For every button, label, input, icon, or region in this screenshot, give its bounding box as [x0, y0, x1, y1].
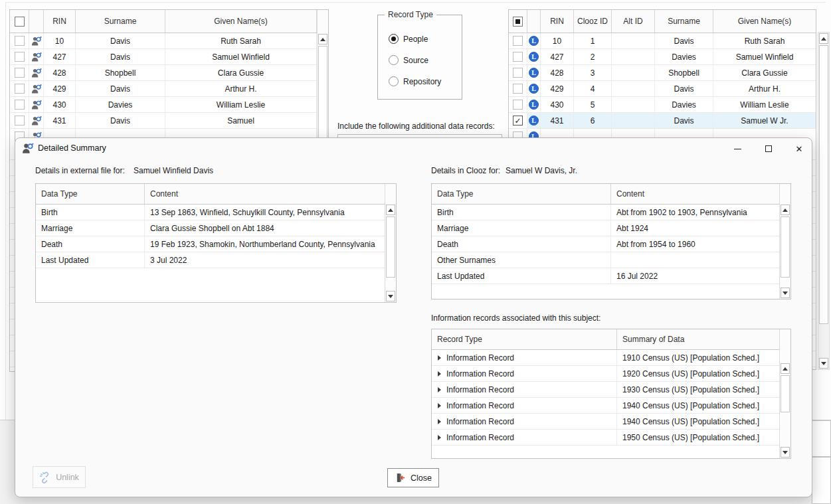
- row-checkbox[interactable]: [513, 100, 523, 110]
- table-row[interactable]: 429 Davis Arthur H.: [10, 81, 328, 97]
- content-header[interactable]: Content: [145, 184, 396, 204]
- detail-row[interactable]: Birth 13 Sep 1863, Winfield, Schuylkill …: [36, 205, 396, 220]
- maximize-button[interactable]: [759, 141, 779, 157]
- content-cell: Abt 1924: [611, 220, 779, 236]
- row-checkbox[interactable]: [15, 36, 25, 46]
- summary-cell: 1940 Census (US) [Population Sched.]: [617, 398, 779, 413]
- row-checkbox[interactable]: [15, 100, 25, 110]
- content-header[interactable]: Content: [611, 184, 790, 204]
- table-row[interactable]: 10 Davis Ruth Sarah: [10, 33, 328, 49]
- info-record-row[interactable]: Information Record 1950 Census (US) [Pop…: [432, 430, 790, 446]
- detail-row[interactable]: Death 19 Feb 1923, Shamokin, Northumberl…: [36, 236, 396, 252]
- scroll-up-button[interactable]: [318, 34, 327, 44]
- row-checkbox[interactable]: [513, 52, 523, 62]
- select-all-checkbox[interactable]: [513, 17, 523, 27]
- clooz-id-cell: 6: [574, 113, 612, 128]
- scroll-down-button[interactable]: [781, 288, 790, 298]
- scroll-up-button[interactable]: [819, 33, 828, 44]
- radio-repository[interactable]: Repository: [389, 76, 441, 86]
- detail-row[interactable]: Marriage Abt 1924: [432, 220, 790, 236]
- scroll-thumb[interactable]: [819, 45, 828, 324]
- surname-header[interactable]: Surname: [76, 10, 165, 33]
- surname-header[interactable]: Surname: [655, 10, 713, 33]
- summary-header[interactable]: Summary of Data: [617, 329, 790, 349]
- info-record-row[interactable]: Information Record 1910 Census (US) [Pop…: [432, 350, 790, 366]
- unlink-button[interactable]: Unlink: [33, 466, 86, 488]
- radio-people[interactable]: People: [389, 34, 428, 44]
- expand-arrow-icon[interactable]: [438, 355, 441, 361]
- expand-arrow-icon[interactable]: [438, 371, 441, 377]
- record-type-header[interactable]: Record Type: [432, 329, 617, 349]
- scroll-up-button[interactable]: [386, 205, 395, 215]
- rin-header[interactable]: RIN: [44, 10, 76, 33]
- info-record-row[interactable]: Information Record 1940 Census (US) [Pop…: [432, 414, 790, 430]
- radio-source[interactable]: Source: [389, 55, 428, 65]
- data-type-header[interactable]: Data Type: [36, 184, 145, 204]
- given-names-header[interactable]: Given Name(s): [713, 10, 816, 33]
- expand-arrow-icon[interactable]: [438, 435, 441, 440]
- row-checkbox[interactable]: [15, 116, 25, 126]
- radio-selected-icon[interactable]: [389, 34, 399, 44]
- info-record-row[interactable]: Information Record 1930 Census (US) [Pop…: [432, 382, 790, 398]
- surname-cell: Davies: [655, 49, 713, 64]
- row-checkbox-checked[interactable]: [513, 116, 523, 126]
- clooz-table-scrollbar[interactable]: [779, 184, 790, 299]
- given-cell: William Leslie: [713, 97, 816, 112]
- info-table-scrollbar[interactable]: [779, 329, 790, 458]
- radio-unselected-icon[interactable]: [389, 55, 399, 65]
- row-checkbox[interactable]: [15, 52, 25, 62]
- table-row[interactable]: 429 4 Davis Arthur H.: [509, 81, 816, 97]
- data-type-cell: Last Updated: [432, 268, 611, 284]
- data-type-header[interactable]: Data Type: [432, 184, 611, 204]
- scroll-thumb[interactable]: [386, 216, 395, 278]
- expand-arrow-icon[interactable]: [438, 387, 441, 392]
- scroll-down-button[interactable]: [386, 291, 395, 301]
- alt-id-header[interactable]: Alt ID: [612, 10, 655, 33]
- detail-row[interactable]: Last Updated 3 Jul 2022: [36, 252, 396, 268]
- detail-row[interactable]: Other Surnames: [432, 252, 790, 268]
- dialog-titlebar[interactable]: Detailed Summary: [15, 138, 812, 158]
- detail-row[interactable]: Birth Abt from 1902 to 1903, Pennsylvani…: [432, 205, 790, 220]
- close-window-button[interactable]: [789, 141, 809, 157]
- table-row[interactable]: 430 Davies William Leslie: [10, 97, 328, 113]
- rin-header[interactable]: RIN: [541, 10, 574, 33]
- scroll-thumb[interactable]: [781, 375, 790, 412]
- detail-row[interactable]: Last Updated 16 Jul 2022: [432, 268, 790, 284]
- radio-unselected-icon[interactable]: [389, 76, 399, 86]
- clooz-id-header[interactable]: Clooz ID: [574, 10, 612, 33]
- info-record-row[interactable]: Information Record 1940 Census (US) [Pop…: [432, 398, 790, 414]
- table-row[interactable]: 427 Davis Samuel Winfield: [10, 49, 328, 65]
- detail-row[interactable]: Death Abt from 1954 to 1960: [432, 236, 790, 252]
- arrow-up-icon: [320, 38, 325, 41]
- scroll-up-button[interactable]: [781, 363, 790, 374]
- scroll-thumb[interactable]: [781, 216, 790, 278]
- table-row[interactable]: 10 1 Davis Ruth Sarah: [509, 33, 816, 49]
- row-checkbox[interactable]: [513, 36, 523, 46]
- scroll-down-button[interactable]: [781, 447, 790, 458]
- content-cell: 13 Sep 1863, Winfield, Schuylkill County…: [145, 205, 385, 220]
- table-row-selected[interactable]: 431 6 Davis Samuel W Jr.: [509, 113, 816, 129]
- external-table-scrollbar[interactable]: [385, 184, 396, 302]
- table-row[interactable]: 428 3 Shopbell Clara Gussie: [509, 65, 816, 81]
- minimize-button[interactable]: [727, 141, 747, 157]
- clooz-id-cell: 3: [574, 65, 612, 80]
- close-button[interactable]: Close: [387, 468, 439, 487]
- row-checkbox[interactable]: [513, 84, 523, 94]
- info-record-row[interactable]: Information Record 1920 Census (US) [Pop…: [432, 366, 790, 382]
- select-all-checkbox[interactable]: [15, 17, 25, 27]
- given-names-header[interactable]: Given Name(s): [165, 10, 317, 33]
- scroll-up-button[interactable]: [781, 205, 790, 215]
- row-checkbox[interactable]: [15, 84, 25, 94]
- expand-arrow-icon[interactable]: [438, 403, 441, 408]
- table-row[interactable]: 431 Davis Samuel: [10, 113, 328, 129]
- scroll-down-button[interactable]: [819, 358, 828, 369]
- clooz-details-table: Data Type Content Birth Abt from 1902 to…: [431, 183, 791, 299]
- table-row[interactable]: 428 Shopbell Clara Gussie: [10, 65, 328, 81]
- expand-arrow-icon[interactable]: [438, 419, 441, 424]
- row-checkbox[interactable]: [15, 68, 25, 78]
- right-table-scrollbar[interactable]: [818, 32, 830, 370]
- detail-row[interactable]: Marriage Clara Gussie Shopbell on Abt 18…: [36, 220, 396, 236]
- table-row[interactable]: 430 5 Davies William Leslie: [509, 97, 816, 113]
- row-checkbox[interactable]: [513, 68, 523, 78]
- table-row[interactable]: 427 2 Davies Samuel Winfield: [509, 49, 816, 65]
